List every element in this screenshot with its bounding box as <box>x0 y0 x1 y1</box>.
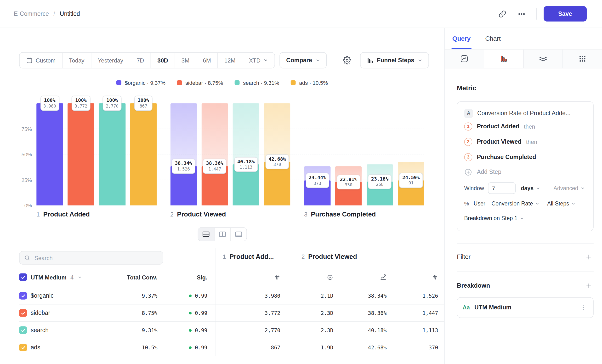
step2-pct-value: 40.18% <box>333 327 387 333</box>
step2-count-header[interactable] <box>387 274 445 280</box>
legend-label: sidebar · 8.75% <box>185 80 223 86</box>
range-custom-button[interactable]: Custom <box>20 53 62 68</box>
funnel-step-group: 38.34%1,52638.36%1,44740.18%1,11342.68%3… <box>170 103 290 205</box>
chart-type-grid-button[interactable] <box>563 50 602 68</box>
funnel-bars-icon <box>499 55 508 63</box>
row-checkbox[interactable] <box>19 344 27 351</box>
bar-value-label: 24.44%373 <box>306 173 329 188</box>
group-by-header[interactable]: UTM Medium 4 <box>19 273 115 281</box>
range-7d-button[interactable]: 7D <box>130 53 150 68</box>
query-step-row[interactable]: 2Product Viewedthen <box>464 134 586 150</box>
y-axis-tick: 75% <box>13 126 32 132</box>
conversion-rate-header[interactable] <box>333 274 387 281</box>
funnel-bar[interactable]: 23.18%258 <box>367 103 393 205</box>
range-30d-button[interactable]: 30D <box>150 53 175 68</box>
add-step-label: Add Step <box>477 169 501 176</box>
breadcrumb-parent[interactable]: E-Commerce <box>14 10 49 17</box>
query-step-row[interactable]: 3Purchase Completed <box>464 150 586 165</box>
layout-bottom-panel-button[interactable] <box>230 228 246 241</box>
chart-type-flow-button[interactable] <box>524 50 563 68</box>
advanced-label: Advanced <box>553 185 578 191</box>
search-input[interactable] <box>33 254 158 261</box>
share-link-button[interactable] <box>495 6 510 21</box>
metric-card-header[interactable]: A Conversion Rate of Product Adde... <box>464 108 586 119</box>
step2-count-value: 1,113 <box>387 327 445 333</box>
legend-item[interactable]: sidebar · 8.75% <box>177 80 223 86</box>
legend-item[interactable]: search · 9.31% <box>235 80 279 86</box>
row-checkbox[interactable] <box>19 292 27 300</box>
table-row[interactable]: ads10.5%0.998671.9D42.68%370 <box>19 339 445 356</box>
tab-query[interactable]: Query <box>452 28 472 49</box>
table-step1-header: 1 Product Add... <box>223 253 274 261</box>
funnel-bar[interactable]: 100%3,980 <box>36 103 63 205</box>
total-conv-header[interactable]: Total Conv. <box>115 274 157 280</box>
funnel-step-group: 24.44%37322.81%33023.18%25824.59%91 <box>304 103 424 205</box>
table-row[interactable]: search9.31%0.992,7702.3D40.18%1,113 <box>19 322 445 339</box>
funnel-bar[interactable]: 40.18%1,113 <box>233 103 259 205</box>
chevron-down-icon <box>520 216 524 220</box>
range-yesterday-button[interactable]: Yesterday <box>91 53 130 68</box>
breadcrumb-current[interactable]: Untitled <box>60 10 80 17</box>
advanced-toggle[interactable]: Advanced <box>552 185 586 191</box>
y-axis-tick: 50% <box>13 152 32 157</box>
row-checkbox[interactable] <box>19 309 27 317</box>
filter-section-header: Filter <box>457 251 594 263</box>
legend-item[interactable]: ads · 10.5% <box>291 80 328 86</box>
measured-user-label[interactable]: User <box>474 200 485 207</box>
chart-type-line-button[interactable] <box>445 50 484 68</box>
chart-type-funnel-button[interactable] <box>484 50 524 68</box>
breakdown-item-label: UTM Medium <box>474 304 574 311</box>
window-unit-select[interactable]: days <box>519 185 542 191</box>
funnel-bar[interactable]: 100%3,772 <box>68 103 94 205</box>
funnel-bar[interactable]: 24.59%91 <box>398 103 424 205</box>
layout-split-horizontal-button[interactable] <box>198 228 214 241</box>
save-button[interactable]: Save <box>544 6 587 21</box>
range-12m-button[interactable]: 12M <box>217 53 242 68</box>
funnel-bar[interactable]: 100%2,770 <box>99 103 126 205</box>
select-all-checkbox[interactable] <box>19 273 27 281</box>
layout-toggle-row <box>0 227 444 241</box>
window-value-input[interactable] <box>488 182 515 194</box>
tab-chart[interactable]: Chart <box>484 28 501 49</box>
chart-settings-button[interactable] <box>339 53 355 68</box>
bar-value-label: 100%2,770 <box>103 96 122 111</box>
layout-split-vertical-button[interactable] <box>214 228 230 241</box>
funnel-bar[interactable]: 100%867 <box>130 103 157 205</box>
funnel-bar[interactable]: 42.68%370 <box>264 103 290 205</box>
funnel-step-group: 100%3,980100%3,772100%2,770100%867 <box>36 103 157 205</box>
funnel-bar[interactable]: 24.44%373 <box>304 103 331 205</box>
table-row[interactable]: $organic9.37%0.993,9802.1D38.34%1,526 <box>19 287 445 304</box>
row-checkbox[interactable] <box>19 326 27 334</box>
more-options-button[interactable] <box>514 6 529 21</box>
compare-button[interactable]: Compare <box>280 52 327 68</box>
steps-scope-select[interactable]: All Steps <box>546 200 577 207</box>
range-3m-button[interactable]: 3M <box>175 53 196 68</box>
group-count: 4 <box>70 274 74 280</box>
funnel-bar[interactable]: 22.81%330 <box>335 103 362 205</box>
range-6m-button[interactable]: 6M <box>196 53 217 68</box>
breakdown-item[interactable]: Aa UTM Medium <box>457 297 594 318</box>
step1-count-header[interactable] <box>215 274 287 280</box>
range-xtd-button[interactable]: XTD <box>242 53 275 68</box>
significance-header[interactable]: Sig. <box>157 274 207 280</box>
legend-item[interactable]: $organic · 9.37% <box>116 80 165 86</box>
query-step-row[interactable]: 1Product Addedthen <box>464 118 586 134</box>
add-filter-button[interactable] <box>584 252 594 262</box>
add-breakdown-button[interactable] <box>584 281 594 290</box>
bar-value-label: 22.81%330 <box>337 175 360 190</box>
funnel-bar[interactable]: 38.36%1,447 <box>202 103 228 205</box>
breakdown-item-menu-button[interactable] <box>579 303 588 312</box>
breakdown-on-select[interactable]: Breakdown on Step 1 <box>464 215 526 221</box>
avg-time-header[interactable] <box>287 274 333 280</box>
range-today-button[interactable]: Today <box>62 53 91 68</box>
bar-pct-value: 24.44% <box>309 175 326 181</box>
total-conv-value: 9.31% <box>115 327 157 333</box>
measured-as-select[interactable]: Conversion Rate <box>490 200 541 207</box>
step-suffix: then <box>526 139 537 145</box>
hash-icon <box>274 274 280 280</box>
step1-count-value: 3,980 <box>215 293 287 299</box>
add-step-button[interactable]: Add Step <box>464 165 501 179</box>
view-type-button[interactable]: Funnel Steps <box>360 52 429 68</box>
funnel-bar[interactable]: 38.34%1,526 <box>170 103 197 205</box>
table-row[interactable]: sidebar8.75%0.993,7722.3D38.36%1,447 <box>19 304 445 321</box>
